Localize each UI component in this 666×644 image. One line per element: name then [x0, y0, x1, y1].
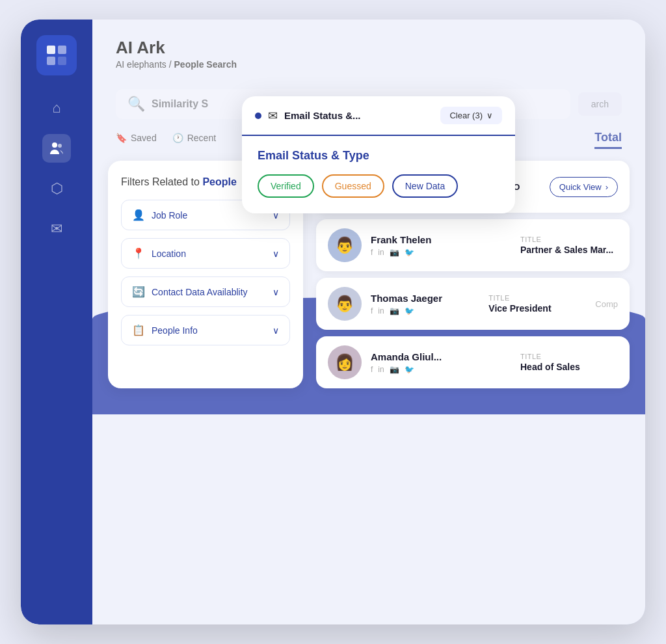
- breadcrumb: AI elephants / People Search: [116, 59, 622, 70]
- sidebar-item-home[interactable]: ⌂: [42, 94, 71, 122]
- filter-contact-data[interactable]: 🔄 Contact Data Availablity ∨: [121, 276, 290, 307]
- person-title-frank: Title Partner & Sales Mar...: [520, 235, 618, 255]
- person-info-thomas: Thomas Jaeger f in 📷 🐦: [371, 293, 479, 315]
- person-card-thomas: 👨 Thomas Jaeger f in 📷 🐦 Title Vice Pres…: [316, 278, 630, 330]
- email-icon: ✉: [268, 109, 278, 123]
- social-icons-frank: f in 📷 🐦: [371, 248, 511, 257]
- contact-data-icon: 🔄: [132, 286, 145, 298]
- location-icon: 📍: [132, 247, 145, 260]
- sidebar-item-messages[interactable]: ✉: [42, 215, 71, 243]
- chevron-down-icon: ∨: [273, 248, 279, 259]
- main-card: ⌂ ⬡ ✉ AI Ark AI elephants / People Searc…: [21, 20, 645, 624]
- svg-point-4: [52, 142, 57, 148]
- person-card-amanda: 👩 Amanda Gliul... f in 📷 🐦 Title Head of…: [316, 336, 630, 388]
- bookmark-icon: 🔖: [116, 133, 127, 143]
- social-icons-amanda: f in 📷 🐦: [371, 365, 511, 374]
- instagram-icon[interactable]: 📷: [390, 365, 399, 374]
- badge-verified[interactable]: Verified: [258, 174, 314, 198]
- svg-rect-1: [58, 46, 66, 54]
- email-type-title: Email Status & Type: [258, 149, 500, 163]
- badge-newdata[interactable]: New Data: [392, 174, 458, 198]
- chevron-down-icon: ∨: [486, 111, 493, 120]
- chevron-down-icon: ∨: [273, 325, 279, 336]
- instagram-icon[interactable]: 📷: [390, 306, 399, 315]
- facebook-icon[interactable]: f: [371, 365, 373, 374]
- person-title-amanda: Title Head of Sales: [520, 353, 618, 372]
- app-name-main: AI Ark: [116, 38, 165, 57]
- email-badges: Verified Guessed New Data: [258, 174, 500, 198]
- svg-rect-2: [47, 57, 55, 65]
- avatar-frank: 👨: [328, 228, 362, 262]
- search-button[interactable]: arch: [578, 92, 622, 116]
- person-info-frank: Frank Thelen f in 📷 🐦: [371, 234, 511, 257]
- header: AI Ark AI elephants / People Search: [92, 20, 645, 83]
- email-dropdown-header: ✉ Email Status &... Clear (3) ∨: [242, 96, 515, 136]
- email-dropdown-label: Email Status &...: [284, 110, 434, 121]
- sidebar-item-hexagon[interactable]: ⬡: [42, 174, 71, 203]
- linkedin-icon[interactable]: in: [378, 248, 384, 257]
- instagram-icon[interactable]: 📷: [390, 248, 399, 257]
- clock-icon: 🕐: [172, 133, 183, 143]
- person-name-frank: Frank Thelen: [371, 234, 511, 245]
- social-icons-thomas: f in 📷 🐦: [371, 306, 479, 315]
- comp-label: Comp: [595, 299, 618, 309]
- sidebar: ⌂ ⬡ ✉: [21, 20, 92, 624]
- filter-people-info[interactable]: 📋 People Info ∨: [121, 315, 290, 345]
- app-logo[interactable]: [36, 35, 77, 75]
- email-status-dropdown: ✉ Email Status &... Clear (3) ∨ Email St…: [242, 96, 515, 213]
- fingerprint-icon: 🔍: [127, 96, 145, 113]
- person-title-thomas: Title Vice President: [488, 294, 586, 314]
- person-card-frank: 👨 Frank Thelen f in 📷 🐦 Title Partner & …: [316, 219, 630, 271]
- tab-recent[interactable]: 🕐 Recent: [172, 133, 216, 147]
- similarity-label: Similarity S: [152, 98, 208, 110]
- avatar-thomas: 👨: [328, 287, 362, 321]
- person-name-amanda: Amanda Gliul...: [371, 351, 511, 362]
- sidebar-item-people[interactable]: [42, 134, 71, 163]
- quick-view-button-zahira[interactable]: Quick View ›: [550, 177, 618, 197]
- badge-guessed[interactable]: Guessed: [322, 174, 384, 198]
- chevron-down-icon: ∨: [273, 287, 279, 297]
- tab-saved[interactable]: 🔖 Saved: [116, 133, 157, 147]
- facebook-icon[interactable]: f: [371, 248, 373, 257]
- email-dropdown-body: Email Status & Type Verified Guessed New…: [242, 136, 515, 213]
- linkedin-icon[interactable]: in: [378, 306, 384, 315]
- person-name-thomas: Thomas Jaeger: [371, 293, 479, 304]
- clear-button[interactable]: Clear (3) ∨: [440, 107, 502, 124]
- linkedin-icon[interactable]: in: [378, 365, 384, 374]
- svg-rect-0: [47, 46, 55, 54]
- people-info-icon: 📋: [132, 324, 145, 336]
- twitter-icon[interactable]: 🐦: [405, 306, 414, 315]
- twitter-icon[interactable]: 🐦: [405, 365, 414, 374]
- app-title: AI Ark: [116, 38, 622, 58]
- twitter-icon[interactable]: 🐦: [405, 248, 414, 257]
- person-info-amanda: Amanda Gliul... f in 📷 🐦: [371, 351, 511, 374]
- svg-point-5: [58, 144, 62, 148]
- email-active-dot: [255, 113, 261, 119]
- arrow-right-icon: ›: [606, 182, 608, 192]
- total-label: Total: [594, 131, 622, 149]
- avatar-amanda: 👩: [328, 345, 362, 379]
- svg-rect-3: [58, 57, 66, 65]
- filter-location[interactable]: 📍 Location ∨: [121, 238, 290, 269]
- job-role-icon: 👤: [132, 209, 145, 221]
- facebook-icon[interactable]: f: [371, 306, 373, 315]
